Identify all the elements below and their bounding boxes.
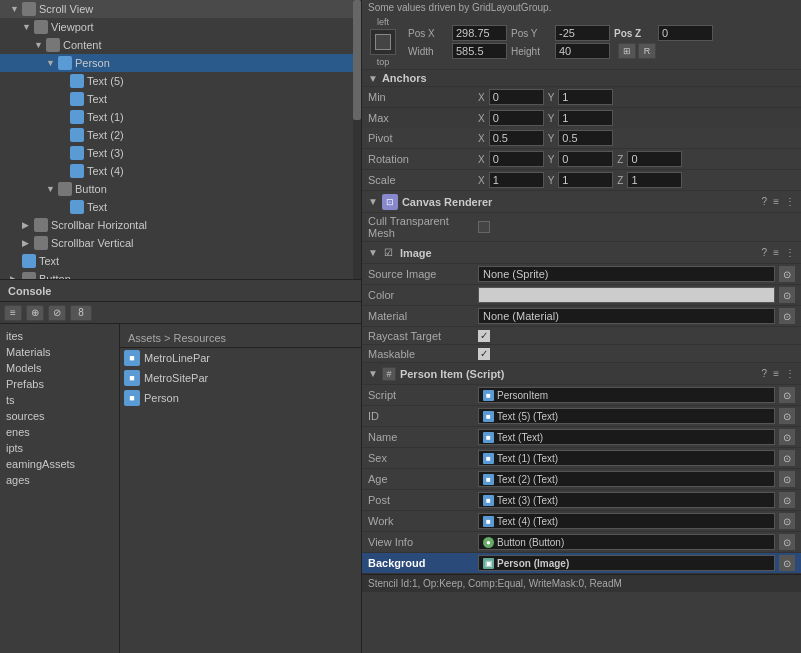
person-item-arrow: ▼ <box>368 368 378 379</box>
material-input[interactable] <box>478 308 775 324</box>
pivot-x-input[interactable] <box>489 130 544 146</box>
console-btn-filter[interactable]: ⊘ <box>48 305 66 321</box>
canvas-renderer-menu[interactable]: ⋮ <box>785 196 795 207</box>
sidebar-item-ages[interactable]: ages <box>0 472 119 488</box>
sex-ref[interactable]: ■ Text (1) (Text) <box>478 450 775 466</box>
sidebar-item-enes[interactable]: enes <box>0 424 119 440</box>
canvas-renderer-settings[interactable]: ≡ <box>773 196 779 207</box>
scale-z-input[interactable] <box>627 172 682 188</box>
rot-y-input[interactable] <box>558 151 613 167</box>
rot-x-input[interactable] <box>489 151 544 167</box>
tree-button[interactable]: ▼ Button <box>0 180 361 198</box>
sidebar-item-ites[interactable]: ites <box>0 328 119 344</box>
sidebar-item-ipts[interactable]: ipts <box>0 440 119 456</box>
width-input[interactable] <box>452 43 507 59</box>
tree-text4[interactable]: Text (4) <box>0 162 361 180</box>
image-enabled-checkbox[interactable]: ☑ <box>382 246 396 260</box>
height-label: Height <box>511 46 551 57</box>
hierarchy-scrollbar[interactable] <box>353 0 361 279</box>
canvas-renderer-help[interactable]: ? <box>762 196 768 207</box>
max-x-input[interactable] <box>489 110 544 126</box>
min-x-input[interactable] <box>489 89 544 105</box>
tree-label: Scrollbar Vertical <box>51 237 134 249</box>
min-label: Min <box>368 91 478 103</box>
pos-z-input[interactable] <box>658 25 713 41</box>
backgroud-label: Backgroud <box>368 557 478 569</box>
name-btn[interactable]: ⊙ <box>779 429 795 445</box>
asset-file-person[interactable]: ■ Person <box>120 388 361 408</box>
person-item-icon: # <box>382 367 396 381</box>
tree-viewport[interactable]: ▼ Viewport <box>0 18 361 36</box>
scale-z-lbl: Z <box>617 175 623 186</box>
console-btn-count[interactable]: 8 <box>70 305 92 321</box>
source-image-btn[interactable]: ⊙ <box>779 266 795 282</box>
tree-text[interactable]: Text <box>0 90 361 108</box>
material-btn[interactable]: ⊙ <box>779 308 795 324</box>
asset-file-metro-line[interactable]: ■ MetroLinePar <box>120 348 361 368</box>
height-input[interactable] <box>555 43 610 59</box>
tree-button-root[interactable]: ▶ Button <box>0 270 361 280</box>
sidebar-item-models[interactable]: Models <box>0 360 119 376</box>
tree-text1[interactable]: Text (1) <box>0 108 361 126</box>
rot-z-input[interactable] <box>627 151 682 167</box>
tree-text-root[interactable]: Text <box>0 252 361 270</box>
console-btn-pause[interactable]: ⊕ <box>26 305 44 321</box>
maskable-checkbox[interactable]: ✓ <box>478 348 490 360</box>
id-ref[interactable]: ■ Text (5) (Text) <box>478 408 775 424</box>
tree-content[interactable]: ▼ Content <box>0 36 361 54</box>
tree-label: Button <box>75 183 107 195</box>
sidebar-item-ts[interactable]: ts <box>0 392 119 408</box>
min-y-lbl: Y <box>548 92 555 103</box>
image-help[interactable]: ? <box>762 247 768 258</box>
work-ref-label: Text (4) (Text) <box>497 516 558 527</box>
max-y-input[interactable] <box>558 110 613 126</box>
image-settings[interactable]: ≡ <box>773 247 779 258</box>
tree-scrollbar-h[interactable]: ▶ Scrollbar Horizontal <box>0 216 361 234</box>
name-ref[interactable]: ■ Text (Text) <box>478 429 775 445</box>
tree-scroll-view[interactable]: ▼ Scroll View <box>0 0 361 18</box>
backgroud-ref[interactable]: ▣ Person (Image) <box>478 555 775 571</box>
pivot-y-input[interactable] <box>558 130 613 146</box>
sex-btn[interactable]: ⊙ <box>779 450 795 466</box>
work-btn[interactable]: ⊙ <box>779 513 795 529</box>
asset-file-metro-site[interactable]: ■ MetroSitePar <box>120 368 361 388</box>
sidebar-item-materials[interactable]: Materials <box>0 344 119 360</box>
viewinfo-ref-label: Button (Button) <box>497 537 564 548</box>
tree-text5[interactable]: Text (5) <box>0 72 361 90</box>
source-image-input[interactable] <box>478 266 775 282</box>
viewinfo-btn[interactable]: ⊙ <box>779 534 795 550</box>
script-ref[interactable]: ■ PersonItem <box>478 387 775 403</box>
tree-scrollbar-v[interactable]: ▶ Scrollbar Vertical <box>0 234 361 252</box>
color-btn[interactable]: ⊙ <box>779 287 795 303</box>
id-btn[interactable]: ⊙ <box>779 408 795 424</box>
tree-person[interactable]: ▼ Person <box>0 54 361 72</box>
raycast-checkbox[interactable]: ✓ <box>478 330 490 342</box>
person-item-menu[interactable]: ⋮ <box>785 368 795 379</box>
image-menu[interactable]: ⋮ <box>785 247 795 258</box>
color-swatch[interactable] <box>478 287 775 303</box>
pos-y-input[interactable] <box>555 25 610 41</box>
tree-text2[interactable]: Text (2) <box>0 126 361 144</box>
age-ref[interactable]: ■ Text (2) (Text) <box>478 471 775 487</box>
sidebar-item-sources[interactable]: sources <box>0 408 119 424</box>
script-btn[interactable]: ⊙ <box>779 387 795 403</box>
sidebar-item-streaming[interactable]: eamingAssets <box>0 456 119 472</box>
post-ref[interactable]: ■ Text (3) (Text) <box>478 492 775 508</box>
cull-checkbox[interactable] <box>478 221 490 233</box>
scale-y-input[interactable] <box>558 172 613 188</box>
console-btn-clear[interactable]: ≡ <box>4 305 22 321</box>
r-btn[interactable]: R <box>638 43 656 59</box>
min-y-input[interactable] <box>558 89 613 105</box>
age-btn[interactable]: ⊙ <box>779 471 795 487</box>
work-ref[interactable]: ■ Text (4) (Text) <box>478 513 775 529</box>
sidebar-item-prefabs[interactable]: Prefabs <box>0 376 119 392</box>
pos-x-input[interactable] <box>452 25 507 41</box>
post-btn[interactable]: ⊙ <box>779 492 795 508</box>
backgroud-btn[interactable]: ⊙ <box>779 555 795 571</box>
person-item-help[interactable]: ? <box>762 368 768 379</box>
tree-text3[interactable]: Text (3) <box>0 144 361 162</box>
viewinfo-ref[interactable]: ● Button (Button) <box>478 534 775 550</box>
tree-text-btn[interactable]: Text <box>0 198 361 216</box>
scale-x-input[interactable] <box>489 172 544 188</box>
person-item-settings[interactable]: ≡ <box>773 368 779 379</box>
